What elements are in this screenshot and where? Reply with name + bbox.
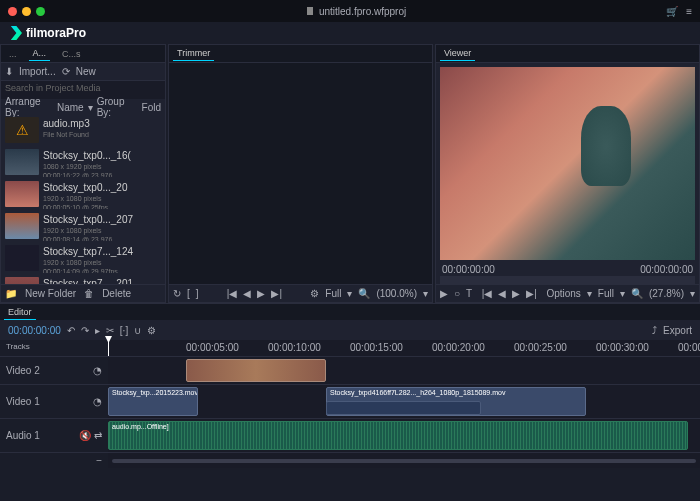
media-title: Stocksy_txp0..._207 — [43, 213, 133, 226]
cart-icon[interactable]: 🛒 — [666, 6, 678, 17]
viewer-viewport[interactable] — [440, 67, 695, 260]
loop-icon[interactable]: ○ — [454, 288, 460, 299]
media-item[interactable]: Stocksy_txp0..._2071920 x 1080 pixels00:… — [1, 211, 165, 243]
zoom-out-icon[interactable]: − — [96, 455, 102, 466]
media-title: Stocksy_txp0..._20 — [43, 181, 128, 194]
prev-icon[interactable]: ◀ — [498, 288, 506, 299]
loop-icon[interactable]: ↻ — [173, 288, 181, 299]
arrange-dropdown[interactable]: Name — [57, 102, 84, 113]
visibility-icon[interactable]: ◔ — [93, 396, 102, 407]
ruler-tick: 00:00: — [678, 342, 700, 353]
menu-icon[interactable]: ≡ — [686, 6, 692, 17]
mark-in-icon[interactable]: [ — [187, 288, 190, 299]
media-item[interactable]: Stocksy_txp7..._201 — [1, 275, 165, 284]
sync-icon[interactable]: ⇄ — [94, 430, 102, 441]
cut-icon[interactable]: ✂ — [106, 325, 114, 336]
text-icon[interactable]: T — [466, 288, 472, 299]
logo-icon — [8, 26, 22, 40]
chevron-down-icon: ▾ — [347, 288, 352, 299]
options-dropdown[interactable]: Options — [546, 288, 580, 299]
new-button[interactable]: New — [76, 66, 96, 77]
media-item[interactable]: ⚠ audio.mp3File Not Found — [1, 115, 165, 147]
full-dropdown[interactable]: Full — [325, 288, 341, 299]
visibility-icon[interactable]: ◔ — [93, 365, 102, 376]
viewer-scrubber[interactable] — [440, 276, 695, 284]
gear-icon[interactable]: ⚙ — [147, 325, 156, 336]
media-item[interactable]: Stocksy_txp7..._1241920 x 1080 pixels00:… — [1, 243, 165, 275]
undo-icon[interactable]: ↶ — [67, 325, 75, 336]
refresh-icon: ⟳ — [62, 66, 70, 77]
brand-bar: filmoraPro — [0, 22, 700, 44]
editor-tab[interactable]: Editor — [4, 305, 36, 320]
timecode[interactable]: 00:00:00:00 — [8, 325, 61, 336]
prev-icon[interactable]: ◀ — [243, 288, 251, 299]
prev-frame-icon[interactable]: |◀ — [227, 288, 238, 299]
thumbnail — [5, 149, 39, 175]
maximize-button[interactable] — [36, 7, 45, 16]
export-button[interactable]: Export — [663, 325, 692, 336]
media-tab-3[interactable]: C...s — [58, 47, 85, 61]
minimize-button[interactable] — [22, 7, 31, 16]
delete-button[interactable]: Delete — [102, 288, 131, 299]
play-icon[interactable]: ▶ — [512, 288, 520, 299]
play-icon[interactable]: ▶ — [440, 288, 448, 299]
ruler-tick: 00:00:30:00 — [596, 342, 649, 353]
chevron-down-icon: ▾ — [587, 288, 592, 299]
tracks-label: Tracks — [0, 340, 108, 356]
zoom-icon[interactable]: 🔍 — [358, 288, 370, 299]
playhead[interactable] — [108, 340, 109, 356]
viewer-time-left: 00:00:00:00 — [442, 264, 495, 276]
media-item[interactable]: Stocksy_txp0..._201920 x 1080 pixels00:0… — [1, 179, 165, 211]
clip[interactable] — [186, 359, 326, 382]
video2-track[interactable] — [108, 357, 700, 384]
snap-icon[interactable]: ∪ — [134, 325, 141, 336]
bracket-icon[interactable]: [·] — [120, 325, 128, 336]
clip-segment[interactable] — [326, 401, 481, 415]
media-meta: 1920 x 1080 pixels — [43, 194, 128, 203]
folder-icon: 📁 — [5, 288, 17, 299]
zoom-value: (27.8%) — [649, 288, 684, 299]
play-icon[interactable]: ▶ — [257, 288, 265, 299]
trimmer-viewport[interactable] — [169, 63, 432, 284]
next-icon[interactable]: ▶| — [526, 288, 537, 299]
ruler-tick: 00:00:10:00 — [268, 342, 321, 353]
editor-panel: Editor 00:00:00:00 ↶ ↷ ▸ ✂ [·] ∪ ⚙ ⤴ Exp… — [0, 303, 700, 468]
group-dropdown[interactable]: Fold — [142, 102, 161, 113]
import-button[interactable]: Import... — [19, 66, 56, 77]
viewer-tab[interactable]: Viewer — [440, 46, 475, 61]
full-dropdown[interactable]: Full — [598, 288, 614, 299]
timeline-ruler[interactable]: 00:00:05:00 00:00:10:00 00:00:15:00 00:0… — [108, 340, 700, 356]
trimmer-tab[interactable]: Trimmer — [173, 46, 214, 61]
media-title: Stocksy_txp7..._124 — [43, 245, 133, 258]
track-label: Video 1 — [6, 396, 40, 407]
media-item[interactable]: Stocksy_txp0..._16(1080 x 1920 pixels00:… — [1, 147, 165, 179]
clip[interactable]: audio.mp...Offline] — [108, 421, 688, 450]
clip[interactable]: Stocksy_txp...2015223.mov — [108, 387, 198, 416]
ruler-tick: 00:00:20:00 — [432, 342, 485, 353]
close-button[interactable] — [8, 7, 17, 16]
mark-out-icon[interactable]: ] — [196, 288, 199, 299]
viewer-panel: Viewer 00:00:00:00 00:00:00:00 ▶ ○ T |◀ … — [435, 44, 700, 303]
thumbnail — [5, 181, 39, 207]
window-title: untitled.fpro.wfpproj — [319, 6, 406, 17]
mute-icon[interactable]: 🔇 — [79, 430, 91, 441]
window-controls — [8, 7, 45, 16]
chevron-down-icon: ▾ — [690, 288, 695, 299]
media-tab-1[interactable]: ... — [5, 47, 21, 61]
video1-track[interactable]: Stocksy_txp...2015223.mov Stocksy_txpd41… — [108, 385, 700, 418]
media-meta: 1920 x 1080 pixels — [43, 258, 133, 267]
zoom-slider[interactable] — [112, 459, 696, 463]
zoom-icon[interactable]: 🔍 — [631, 288, 643, 299]
audio1-track[interactable]: audio.mp...Offline] — [108, 419, 700, 452]
media-tab-2[interactable]: A... — [29, 46, 51, 61]
settings-icon[interactable]: ⚙ — [310, 288, 319, 299]
new-folder-button[interactable]: New Folder — [25, 288, 76, 299]
skip-start-icon[interactable]: |◀ — [482, 288, 493, 299]
titlebar: untitled.fpro.wfpproj 🛒 ≡ — [0, 0, 700, 22]
thumbnail — [5, 277, 39, 284]
cursor-icon[interactable]: ▸ — [95, 325, 100, 336]
redo-icon[interactable]: ↷ — [81, 325, 89, 336]
next-icon[interactable]: ▶| — [271, 288, 282, 299]
ruler-tick: 00:00:25:00 — [514, 342, 567, 353]
thumbnail — [5, 245, 39, 271]
